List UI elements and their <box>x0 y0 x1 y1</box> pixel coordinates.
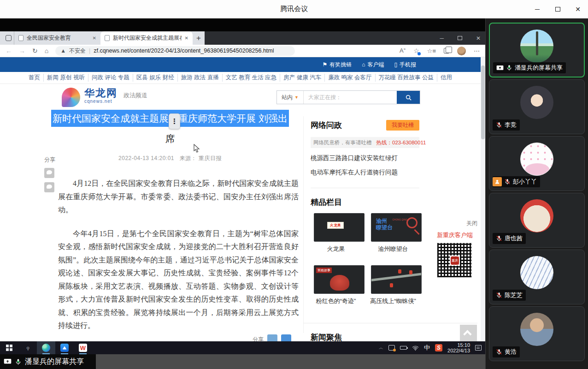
site-logo-icon[interactable] <box>62 88 80 107</box>
favorite-icon[interactable]: ☆ <box>413 47 419 54</box>
nav-group[interactable]: 首页 <box>25 74 43 82</box>
minimize-button[interactable]: ─ <box>527 0 547 18</box>
participant-tile-3[interactable]: 彭小丫丫 <box>489 136 585 191</box>
nav-group[interactable]: 信用 <box>437 74 455 82</box>
nav-group[interactable]: 文艺 教育 生活 应急 <box>222 74 280 82</box>
scroll-to-top-button[interactable] <box>460 325 477 341</box>
card-thumbnail: 渝州 瞭望台 CHONG QING <box>371 213 422 242</box>
nav-group[interactable]: 房产 健康 汽车 <box>280 74 324 82</box>
jingpin-card-yuzhou[interactable]: 渝州 瞭望台 CHONG QING 渝州瞭望台 <box>368 211 418 253</box>
action-center-icon[interactable] <box>475 345 482 351</box>
scrollbar-thumb[interactable] <box>481 65 485 139</box>
sogou-icon[interactable]: S <box>435 344 442 351</box>
news-focus-title: 新闻聚焦 <box>311 332 342 341</box>
section-divider <box>303 323 477 323</box>
client-link[interactable]: ⌂ 客户端 <box>362 61 384 69</box>
battery-icon[interactable] <box>400 346 407 350</box>
browser-minimize-button[interactable]: ─ <box>440 35 444 42</box>
jingpin-card-qiji[interactable]: 百姓故事 粉红色的“奇迹” <box>311 263 361 305</box>
nav-group[interactable]: 问政 评论 专题 <box>88 74 133 82</box>
tab-close-icon[interactable]: ✕ <box>185 36 188 41</box>
nav-group[interactable]: 廉政 鸣家 会客厅 <box>324 74 375 82</box>
browser-menu-icon[interactable]: ⋯ <box>474 48 480 54</box>
search-icon: ⌕ <box>24 344 32 352</box>
jingpin-card-zhizhuxia[interactable]: 高压线上“蜘蛛侠” <box>368 263 418 305</box>
screen-share-indicator[interactable]: 潘显兵的屏幕共享 <box>0 354 96 369</box>
tab-actions-icon[interactable] <box>3 34 14 43</box>
taskbar-clock[interactable]: 15:10 2022/4/13 <box>447 342 470 353</box>
site-search: 站内 ▼ <box>276 90 420 104</box>
home-icon[interactable]: ⌂ <box>45 47 48 54</box>
nav-group[interactable]: 万花瞳 百姓故事 公益 <box>375 74 437 82</box>
participant-tile-1[interactable]: 潘显兵的屏幕共享 <box>489 23 585 77</box>
wechat-share-icon[interactable] <box>44 182 54 192</box>
page-scrollbar[interactable] <box>481 57 485 341</box>
jingpin-card-huolongguo[interactable]: 火龙果 火龙果 <box>311 211 361 253</box>
participant-tile-4[interactable]: 唐也茜 <box>489 193 585 248</box>
weibo-share-icon[interactable] <box>44 168 54 178</box>
avatar <box>520 199 553 232</box>
nav-group[interactable]: 旅游 政法 直播 <box>177 74 222 82</box>
url-box[interactable]: ▲ 不安全 | zf.cqnews.net/content/2022-04/13… <box>55 46 295 56</box>
participant-tile-6[interactable]: 黄浩 <box>489 306 585 361</box>
browser-tabstrip: 全民国家安全教育 ✕ 新时代国家安全成就主题展在重 ✕ + ─ ✕ <box>0 31 485 45</box>
avatar <box>520 86 553 119</box>
taskbar-search-button[interactable]: ⌕ <box>18 341 37 354</box>
site-topbar: ⚑ 有奖挑错 ⌂ 客户端 ▯ 手机报 <box>0 57 481 72</box>
hidden-icons-chevron[interactable]: ︿ <box>379 345 383 351</box>
back-icon[interactable]: ← <box>6 47 12 54</box>
wenzheng-title: 网络问政 <box>311 120 342 131</box>
new-tab-button[interactable]: + <box>193 32 205 44</box>
app-name: 新重庆客户端 <box>437 231 479 239</box>
search-scope-select[interactable]: 站内 ▼ <box>277 91 304 104</box>
refresh-icon[interactable]: ↻ <box>32 47 38 54</box>
browser-maximize-button[interactable] <box>458 36 462 40</box>
ime-indicator[interactable]: 中 <box>424 344 430 352</box>
maximize-button[interactable] <box>547 0 568 18</box>
magnifier-icon <box>406 217 417 228</box>
participant-tile-2[interactable]: 李竞 <box>489 79 585 134</box>
browser-tab-1[interactable]: 全民国家安全教育 ✕ <box>14 31 100 45</box>
mic-on-icon <box>506 65 512 71</box>
tucao-button[interactable]: 我要吐槽 <box>386 120 419 131</box>
participants-panel: 潘显兵的屏幕共享 李竞 <box>485 18 588 369</box>
taskbar-edge-button[interactable] <box>37 341 55 354</box>
wenzheng-item[interactable]: 电动车摩托车在人行道骑行问题 <box>311 168 419 177</box>
nav-group[interactable]: 新闻 原创 视听 <box>43 74 88 82</box>
participant-namechip: 潘显兵的屏幕共享 <box>493 62 566 73</box>
browser-close-button[interactable]: ✕ <box>476 35 481 42</box>
browser-tab-2-active[interactable]: 新时代国家安全成就主题展在重 ✕ <box>100 31 193 45</box>
start-button[interactable] <box>0 341 18 354</box>
page-favicon <box>18 35 24 41</box>
tab-close-icon[interactable]: ✕ <box>93 36 96 41</box>
site-logo[interactable]: 华龙网 cqnews.net <box>84 88 118 104</box>
report-error-link[interactable]: ⚑ 有奖挑错 <box>322 61 352 69</box>
forward-icon[interactable]: → <box>19 47 25 54</box>
read-aloud-icon[interactable]: A» <box>400 47 406 54</box>
collections-icon[interactable] <box>444 48 449 54</box>
card-thumbnail <box>371 265 422 294</box>
search-input[interactable] <box>304 91 397 104</box>
mobile-paper-link[interactable]: ▯ 手机报 <box>394 61 416 69</box>
weibo-share-icon[interactable] <box>267 334 277 341</box>
screenshot-tray-icon[interactable] <box>388 345 395 351</box>
wenzheng-item[interactable]: 桃源西三路路口建议安装红绿灯 <box>311 154 419 162</box>
app-qr-widget: 关闭 新重庆客户端 重庆 <box>437 220 479 278</box>
qq-share-icon[interactable] <box>281 334 291 341</box>
share-label: 分享 <box>44 156 58 164</box>
mic-muted-icon <box>504 179 511 185</box>
taskbar-wps-button[interactable]: W <box>74 341 92 354</box>
profile-avatar[interactable] <box>457 47 466 55</box>
selection-menu-chip[interactable]: ⋮ <box>169 113 180 129</box>
search-button[interactable] <box>397 91 420 104</box>
participant-tile-5[interactable]: 陈芝芝 <box>489 250 585 304</box>
nav-group[interactable]: 区县 娱乐 财经 <box>133 74 177 82</box>
favorites-bar-icon[interactable]: ☆≡ <box>427 48 436 54</box>
wifi-icon[interactable] <box>412 345 419 351</box>
tencent-meeting-icon <box>60 344 69 352</box>
close-button[interactable]: ✕ <box>568 0 588 18</box>
taskbar-meeting-button[interactable] <box>55 341 74 354</box>
edge-browser-window: 全民国家安全教育 ✕ 新时代国家安全成就主题展在重 ✕ + ─ ✕ <box>0 31 485 341</box>
share-column: 分享 <box>44 156 58 192</box>
widget-close-button[interactable]: 关闭 <box>437 220 479 227</box>
